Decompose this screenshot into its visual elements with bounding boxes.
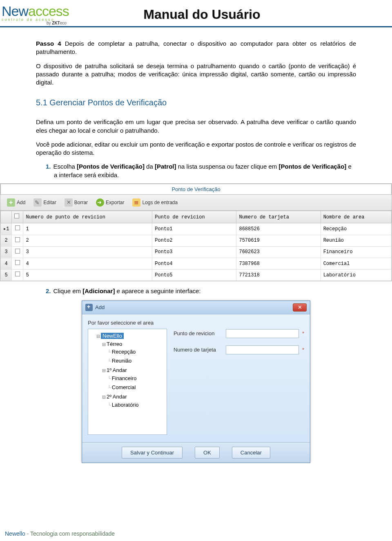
cell-punto: Ponto5	[152, 269, 236, 281]
tree-node[interactable]: 2º AndarLaboratório	[102, 392, 164, 410]
area-tree[interactable]: NewElloTérreoRecepçãoReunião1º AndarFina…	[88, 329, 167, 435]
cell-punto: Ponto2	[152, 235, 236, 246]
row-indicator: 3	[1, 246, 12, 258]
tree-leaf[interactable]: Recepção	[108, 347, 164, 356]
row-indicator: 4	[1, 258, 12, 269]
cell-punto: Ponto1	[152, 223, 236, 235]
cell-area: Recepção	[321, 223, 391, 235]
content-area: Passo 4 Depois de completar a patrulha, …	[0, 27, 392, 463]
punto-input[interactable]	[226, 329, 299, 338]
cell-tarjeta: 7602623	[236, 246, 321, 258]
paragraph-4: Você pode adicionar, editar ou excluir u…	[36, 140, 356, 157]
col-numero[interactable]: Numero de punto de revicion	[23, 211, 152, 223]
cell-tarjeta: 7387968	[236, 258, 321, 269]
paragraph-3: Defina um ponto de verificação em um lug…	[36, 118, 356, 135]
tree-node[interactable]: TérreoRecepçãoReunião	[102, 340, 164, 366]
logs-button[interactable]: Logs de entrada	[129, 197, 181, 208]
col-rowhead	[1, 211, 12, 223]
cell-area: Financeiro	[321, 246, 391, 258]
cell-numero: 5	[23, 269, 152, 281]
cancel-button[interactable]: Cancelar	[232, 447, 270, 459]
tree-leaf[interactable]: Comercial	[108, 383, 164, 392]
step-label: Passo 4	[36, 40, 61, 47]
col-area[interactable]: Nombre de area	[321, 211, 391, 223]
row-indicator: ▸1	[1, 223, 12, 235]
punto-label: Punto de revicion	[174, 330, 223, 337]
data-table: Numero de punto de revicion Punto de rev…	[0, 211, 392, 281]
row-checkbox[interactable]	[12, 269, 23, 281]
cell-numero: 3	[23, 246, 152, 258]
edit-button[interactable]: Editar	[30, 197, 59, 208]
table-row[interactable]: ▸1 1 Ponto1 8688526 Recepção	[1, 223, 392, 235]
cell-area: Reunião	[321, 235, 391, 246]
toolbar: Add Editar Borrar Exportar Logs de entra…	[0, 195, 392, 211]
required-marker: *	[302, 346, 304, 354]
row-indicator: 2	[1, 235, 12, 246]
paragraph-passo4: Passo 4 Depois de completar a patrulha, …	[36, 40, 356, 56]
area-select-label: Por favor seleccione el area	[88, 319, 167, 327]
cell-numero: 2	[23, 235, 152, 246]
dialog-titlebar[interactable]: Add ✕	[82, 301, 310, 314]
page-title: Manual do Usuário	[69, 7, 335, 22]
paragraph-2: O dispositivo de patrulha solicitará se …	[36, 62, 356, 87]
table-row[interactable]: 3 3 Ponto3 7602623 Financeiro	[1, 246, 392, 258]
ok-button[interactable]: OK	[195, 447, 220, 459]
list-item-2: 2.Clique em [Adicionar] e aparece a segu…	[54, 287, 356, 295]
col-tarjeta[interactable]: Numero de tarjeta	[236, 211, 321, 223]
col-punto[interactable]: Punto de revicion	[152, 211, 236, 223]
cell-area: Comercial	[321, 258, 391, 269]
window-title: Ponto de Verificação	[0, 184, 392, 195]
cell-punto: Ponto3	[152, 246, 236, 258]
tree-leaf[interactable]: Reunião	[108, 356, 164, 365]
list-number: 2.	[46, 287, 51, 294]
section-heading: 5.1 Gerenciar Pontos de Verificação	[36, 97, 356, 108]
tree-leaf[interactable]: Laboratório	[108, 401, 164, 410]
cell-tarjeta: 7721318	[236, 269, 321, 281]
cell-tarjeta: 8688526	[236, 223, 321, 235]
tarjeta-input[interactable]	[226, 345, 299, 354]
cell-numero: 1	[23, 223, 152, 235]
dialog-title: Add	[95, 304, 293, 311]
table-header-row: Numero de punto de revicion Punto de rev…	[1, 211, 392, 223]
edit-icon	[33, 198, 42, 207]
tree-leaf[interactable]: Financeiro	[108, 374, 164, 383]
row-checkbox[interactable]	[12, 258, 23, 269]
delete-icon	[65, 198, 73, 207]
tree-node[interactable]: 1º AndarFinanceiroComercial	[102, 366, 164, 392]
delete-button[interactable]: Borrar	[61, 197, 91, 208]
logo: Newaccess controle de acesso by ZKTeco	[2, 3, 69, 25]
close-button[interactable]: ✕	[293, 303, 307, 312]
logo-text-access: access	[28, 3, 69, 19]
table-row[interactable]: 2 2 Ponto2 7570619 Reunião	[1, 235, 392, 246]
tarjeta-label: Numero de tarjeta	[174, 346, 223, 354]
export-icon	[96, 198, 104, 207]
table-row[interactable]: 5 5 Ponto5 7721318 Laboratório	[1, 269, 392, 281]
row-checkbox[interactable]	[12, 223, 23, 235]
add-icon	[7, 198, 15, 207]
cell-tarjeta: 7570619	[236, 235, 321, 246]
add-button[interactable]: Add	[4, 197, 29, 208]
tree-root-node[interactable]: NewElloTérreoRecepçãoReunião1º AndarFina…	[96, 332, 164, 411]
logs-icon	[132, 198, 140, 207]
verification-window: Ponto de Verificação Add Editar Borrar E…	[0, 183, 392, 282]
cell-area: Laboratório	[321, 269, 391, 281]
page-header: Newaccess controle de acesso by ZKTeco M…	[0, 0, 392, 27]
row-indicator: 5	[1, 269, 12, 281]
save-continue-button[interactable]: Salvar y Continuar	[122, 447, 183, 459]
add-dialog: Add ✕ Por favor seleccione el area NewEl…	[82, 301, 310, 463]
cell-numero: 4	[23, 258, 152, 269]
export-button[interactable]: Exportar	[93, 197, 127, 208]
logo-text-new: New	[2, 3, 28, 19]
cell-punto: Ponto4	[152, 258, 236, 269]
list-item-1: 1.Escolha [Pontos de Verificação] da [Pa…	[54, 163, 356, 179]
row-checkbox[interactable]	[12, 235, 23, 246]
col-checkbox[interactable]	[12, 211, 23, 223]
dialog-icon	[85, 304, 93, 311]
required-marker: *	[302, 330, 304, 337]
row-checkbox[interactable]	[12, 246, 23, 258]
list-number: 1.	[46, 163, 51, 170]
table-row[interactable]: 4 4 Ponto4 7387968 Comercial	[1, 258, 392, 269]
